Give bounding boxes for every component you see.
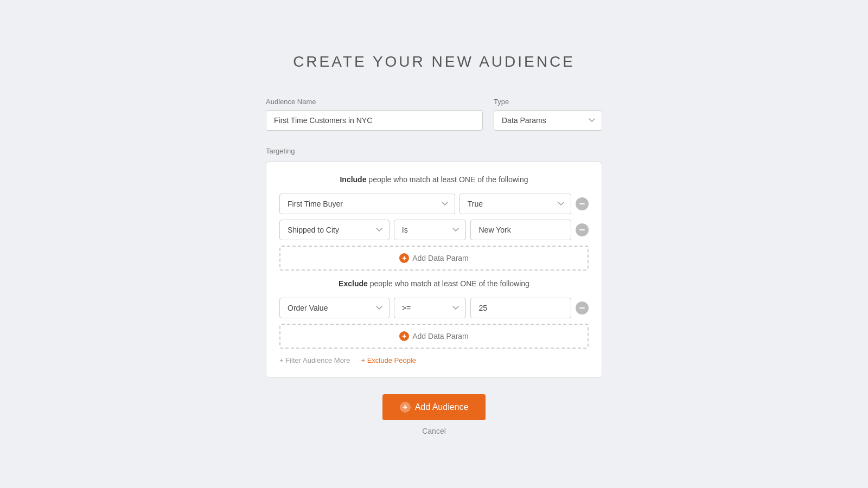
add-audience-icon [400,402,411,413]
exclude-row-1: Order Value First Time Buyer Shipped to … [279,298,589,318]
exclude-add-param-label: Add Data Param [412,332,469,341]
include-remove-2-button[interactable] [576,223,589,236]
audience-name-input[interactable] [266,110,483,131]
btn-area: Add Audience Cancel [266,394,602,435]
exclude-keyword: Exclude [339,279,368,288]
include-keyword: Include [340,175,366,184]
exclude-add-param-button[interactable]: Add Data Param [279,324,589,349]
audience-name-group: Audience Name [266,98,483,131]
cancel-link[interactable]: Cancel [422,427,446,435]
include-header-rest: people who match at least ONE of the fol… [366,175,528,184]
include-operator-2-select[interactable]: Is Is Not Contains [394,220,467,240]
include-remove-1-button[interactable] [576,197,589,210]
exclude-value-1-input[interactable] [470,298,571,318]
exclude-operator-1-select[interactable]: >= <= = > < [394,298,467,318]
section-divider [279,271,589,279]
exclude-people-link[interactable]: + Exclude People [361,356,416,364]
audience-name-label: Audience Name [266,98,483,106]
form-top-row: Audience Name Type Data Params Static Li… [266,98,602,131]
targeting-box: Include people who match at least ONE of… [266,162,602,378]
type-group: Type Data Params Static List Dynamic [494,98,602,131]
include-row-2: Shipped to City First Time Buyer Order V… [279,220,589,240]
type-select[interactable]: Data Params Static List Dynamic [494,110,602,131]
include-row-1: First Time Buyer Shipped to City Order V… [279,194,589,214]
exclude-add-icon [399,331,409,341]
exclude-header-rest: people who match at least ONE of the fol… [368,279,529,288]
include-value-2-input[interactable] [470,220,571,240]
add-audience-label: Add Audience [415,402,469,412]
include-add-icon [399,253,409,263]
filter-audience-more-link[interactable]: + Filter Audience More [279,356,350,364]
page-container: CREATE YOUR NEW AUDIENCE Audience Name T… [0,21,868,468]
include-header: Include people who match at least ONE of… [279,175,589,184]
exclude-param-1-select[interactable]: Order Value First Time Buyer Shipped to … [279,298,390,318]
type-label: Type [494,98,602,106]
exclude-header: Exclude people who match at least ONE of… [279,279,589,288]
form-container: Audience Name Type Data Params Static Li… [266,98,602,435]
add-audience-button[interactable]: Add Audience [382,394,486,420]
page-title: CREATE YOUR NEW AUDIENCE [293,53,575,70]
filter-links: + Filter Audience More + Exclude People [279,356,589,364]
include-param-2-select[interactable]: Shipped to City First Time Buyer Order V… [279,220,390,240]
include-add-param-button[interactable]: Add Data Param [279,246,589,271]
targeting-label: Targeting [266,147,602,155]
exclude-remove-1-button[interactable] [576,301,589,314]
include-operator-1-select[interactable]: True False [459,194,571,214]
include-add-param-label: Add Data Param [412,254,469,262]
include-param-1-select[interactable]: First Time Buyer Shipped to City Order V… [279,194,455,214]
